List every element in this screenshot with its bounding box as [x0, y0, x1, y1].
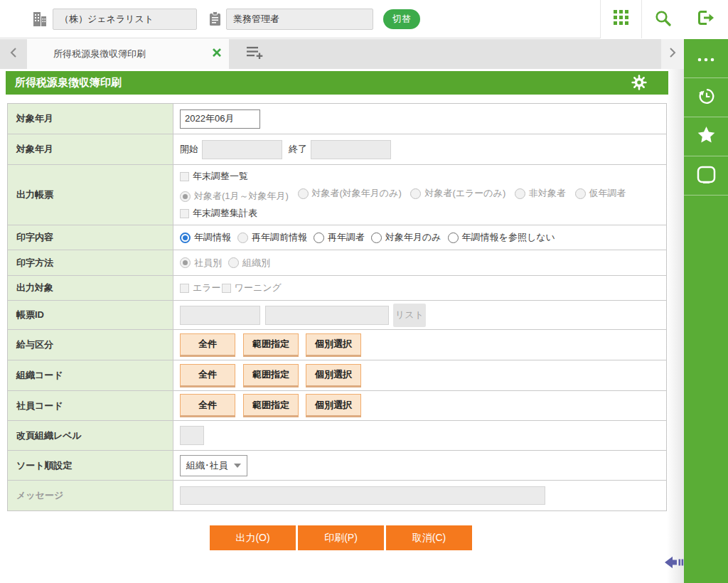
- top-header: 切替: [0, 0, 728, 38]
- tab-bar: 所得税源泉徴収簿印刷: [0, 39, 684, 69]
- print-method-label: 印字方法: [8, 250, 173, 275]
- history-icon: [697, 87, 716, 109]
- sidebar-favorites-button[interactable]: [684, 117, 728, 156]
- yearend-summary-option[interactable]: 年末調整集計表: [180, 207, 257, 220]
- row-page-break-level: 改頁組織レベル: [8, 421, 666, 451]
- apps-grid-icon: [614, 10, 629, 28]
- more-dots-icon: [697, 52, 714, 65]
- org-code-label: 組織コード: [8, 360, 173, 390]
- page-break-level-input: [180, 426, 204, 445]
- row-print-content: 印字内容 年調情報 再年調前情報 再年調者 対象年月のみ 年調情報を参照しない: [8, 225, 666, 250]
- role-input[interactable]: [226, 9, 373, 30]
- sidebar-history-button[interactable]: [684, 78, 728, 117]
- row-target-period: 対象年月 開始 終了: [8, 134, 666, 165]
- row-org-code: 組織コード 全件 範囲指定 個別選択: [8, 360, 666, 391]
- target-radio-group: 対象者(1月～対象年月) 対象者(対象年月のみ) 対象者(エラーのみ) 非対象者…: [180, 187, 633, 203]
- cancel-button[interactable]: 取消(C): [386, 525, 472, 550]
- print-content-option-0[interactable]: 年調情報: [180, 231, 231, 244]
- row-message: メッセージ: [8, 481, 666, 510]
- period-start-input: [202, 140, 282, 159]
- org-code-select-button[interactable]: 個別選択: [306, 364, 361, 387]
- row-report-id: 帳票ID リスト: [8, 301, 666, 330]
- collapse-panel-icon[interactable]: [664, 555, 684, 573]
- salary-class-label: 給与区分: [8, 330, 173, 360]
- message-label: メッセージ: [8, 481, 173, 510]
- output-button[interactable]: 出力(O): [210, 525, 296, 550]
- add-tab-icon: [246, 46, 264, 63]
- yearend-list-checkbox[interactable]: [180, 172, 189, 181]
- logout-icon: [697, 10, 715, 28]
- page-title: 所得税源泉徴収簿印刷: [15, 76, 122, 90]
- apps-menu-button[interactable]: [600, 0, 641, 38]
- row-salary-class: 給与区分 全件 範囲指定 個別選択: [8, 330, 666, 360]
- output-report-label: 出力帳票: [8, 165, 173, 225]
- target-period-label: 対象年月: [8, 134, 173, 164]
- memo-panel-icon: [697, 166, 716, 186]
- tab-title: 所得税源泉徴収簿印刷: [53, 48, 146, 60]
- print-method-option-0[interactable]: 社員別: [180, 257, 222, 269]
- print-content-option-4[interactable]: 年調情報を参照しない: [448, 231, 555, 244]
- print-button[interactable]: 印刷(P): [298, 525, 384, 550]
- output-target-option-1[interactable]: ワーニング: [222, 282, 282, 294]
- report-id-list-button: リスト: [393, 304, 426, 327]
- yearend-list-option[interactable]: 年末調整一覧: [180, 170, 248, 183]
- search-icon: [655, 10, 671, 29]
- target-option-2[interactable]: 対象者(エラーのみ): [410, 187, 505, 200]
- report-id-input-2: [265, 306, 389, 325]
- output-target-option-0[interactable]: エラー: [180, 282, 221, 294]
- search-button[interactable]: [641, 0, 684, 38]
- print-method-option-1[interactable]: 組織別: [228, 257, 270, 269]
- logout-button[interactable]: [684, 0, 728, 38]
- company-input[interactable]: [53, 9, 197, 30]
- page-title-bar: 所得税源泉徴収簿印刷: [6, 71, 668, 95]
- salary-class-range-button[interactable]: 範囲指定: [243, 333, 299, 357]
- salary-class-all-button[interactable]: 全件: [180, 333, 235, 357]
- tab-close-icon[interactable]: [212, 48, 222, 60]
- switch-button[interactable]: 切替: [383, 9, 420, 29]
- salary-class-select-button[interactable]: 個別選択: [306, 333, 361, 357]
- target-month-label: 対象年月: [8, 104, 173, 134]
- message-input: [180, 486, 545, 505]
- print-content-label: 印字内容: [8, 225, 173, 250]
- employee-code-range-button[interactable]: 範囲指定: [243, 394, 299, 417]
- page-break-level-label: 改頁組織レベル: [8, 421, 173, 450]
- settings-gear-icon[interactable]: [631, 75, 647, 93]
- chevron-left-icon: [9, 47, 18, 61]
- row-print-method: 印字方法 社員別 組織別: [8, 250, 666, 276]
- sort-order-select[interactable]: 組織･社員: [180, 455, 247, 476]
- row-output-target: 出力対象 エラー ワーニング: [8, 276, 666, 301]
- tab-scroll-right-button[interactable]: [661, 39, 684, 69]
- target-option-1[interactable]: 対象者(対象年月のみ): [298, 187, 402, 200]
- company-building-icon: [33, 11, 47, 30]
- target-month-input[interactable]: [180, 109, 260, 129]
- tab-active[interactable]: 所得税源泉徴収簿印刷: [27, 39, 229, 69]
- print-content-option-3[interactable]: 対象年月のみ: [371, 231, 441, 244]
- right-sidebar: [684, 39, 728, 583]
- org-code-all-button[interactable]: 全件: [180, 364, 235, 387]
- target-option-4[interactable]: 仮年調者: [575, 187, 626, 200]
- employee-code-all-button[interactable]: 全件: [180, 394, 235, 417]
- target-option-0[interactable]: 対象者(1月～対象年月): [180, 190, 289, 203]
- row-target-month: 対象年月: [8, 104, 666, 134]
- employee-code-select-button[interactable]: 個別選択: [306, 394, 361, 417]
- report-id-label: 帳票ID: [8, 301, 173, 329]
- tab-scroll-left-button[interactable]: [0, 39, 27, 69]
- print-content-option-1[interactable]: 再年調前情報: [237, 231, 307, 244]
- target-option-3[interactable]: 非対象者: [515, 187, 566, 200]
- content-edge-shadow: [667, 69, 684, 583]
- org-code-range-button[interactable]: 範囲指定: [243, 364, 299, 387]
- yearend-summary-checkbox[interactable]: [180, 209, 189, 218]
- print-content-option-2[interactable]: 再年調者: [314, 231, 365, 244]
- sidebar-more-button[interactable]: [684, 39, 728, 78]
- star-icon: [697, 126, 716, 147]
- action-bar: 出力(O) 印刷(P) 取消(C): [210, 525, 472, 550]
- report-id-input-1: [180, 306, 260, 325]
- add-tab-button[interactable]: [239, 39, 270, 69]
- sort-order-label: ソート順設定: [8, 451, 173, 480]
- output-target-label: 出力対象: [8, 276, 173, 300]
- chevron-right-icon: [668, 47, 677, 61]
- role-clipboard-icon: [209, 11, 221, 29]
- row-output-report: 出力帳票 年末調整一覧 対象者(1月～対象年月) 対象者(対象年月のみ) 対象者…: [8, 165, 666, 225]
- period-end-label: 終了: [289, 143, 307, 156]
- sidebar-memo-button[interactable]: [684, 156, 728, 196]
